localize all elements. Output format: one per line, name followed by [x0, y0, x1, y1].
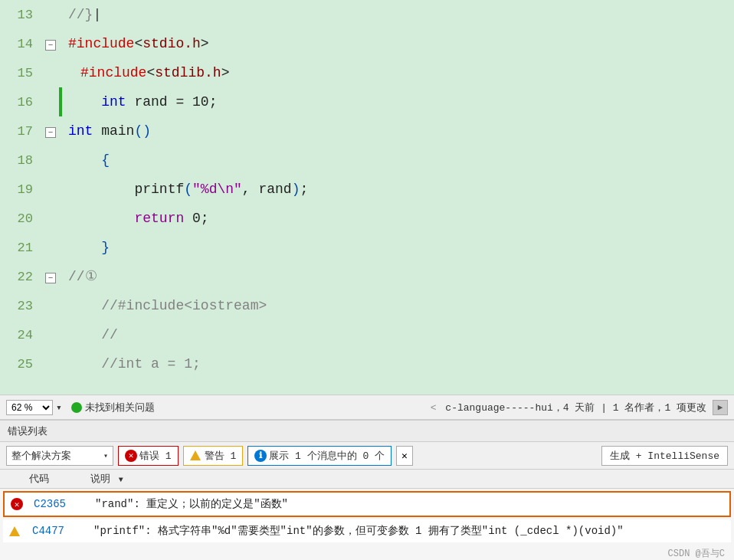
filter-button[interactable]: ✕	[396, 446, 413, 466]
watermark: CSDN @吾与C	[668, 547, 725, 560]
line-number-21: 21	[0, 234, 42, 263]
line-content-24: //	[64, 320, 734, 349]
error-table-header: 代码 说明 ▼	[0, 470, 734, 489]
solution-dropdown[interactable]: 整个解决方案 ▾	[6, 446, 113, 466]
line-number-17: 17	[0, 117, 42, 146]
line-number-14: 14	[0, 30, 42, 59]
warn-row-desc-0: "printf": 格式字符串"%d"需要类型"int"的参数，但可变参数 1 …	[93, 524, 725, 538]
status-no-problem: 未找到相关问题	[71, 401, 431, 414]
line-content-17: int main()	[64, 116, 734, 146]
line-number-19: 19	[0, 175, 42, 205]
zoom-arrow: ▾	[56, 401, 62, 414]
code-editor: 13 //} 14 − #include<stdio.h> 15 #includ…	[0, 0, 734, 395]
warn-row-code-0: C4477	[32, 525, 93, 537]
dropdown-arrow: ▾	[103, 451, 108, 460]
code-line-15: 15 #include<stdlib.h>	[0, 58, 734, 87]
code-line-16: 16 int rand = 10;	[0, 87, 734, 116]
header-code-text: 代码	[29, 473, 49, 485]
error-toolbar: 整个解决方案 ▾ ✕ 错误 1 警告 1 ℹ 展示 1 个消息中的 0 个 ✕ …	[0, 442, 734, 470]
header-col-desc: 说明 ▼	[90, 472, 728, 486]
header-col-code: 代码	[29, 472, 90, 486]
line-content-16: int rand = 10;	[64, 87, 734, 116]
line-content-25: //int a = 1;	[64, 349, 734, 378]
line-fold-17[interactable]: −	[42, 127, 59, 138]
line-content-14: #include<stdio.h>	[64, 29, 734, 58]
line-number-20: 20	[0, 205, 42, 234]
line-content-18: {	[64, 146, 734, 175]
code-line-20: 20 return 0;	[0, 204, 734, 233]
no-problem-icon	[71, 402, 82, 413]
line-number-18: 18	[0, 146, 42, 175]
code-line-13: 13 //}	[0, 0, 734, 29]
warn-icon	[190, 450, 201, 460]
line-number-24: 24	[0, 321, 42, 350]
line-content-22: //①	[64, 262, 734, 291]
line-number-23: 23	[0, 292, 42, 321]
code-line-24: 24 //	[0, 320, 734, 349]
build-label: 生成 + IntelliSense	[610, 449, 719, 463]
line-number-13: 13	[0, 1, 42, 30]
solution-label: 整个解决方案	[11, 449, 71, 463]
status-branch: < c-language-----hui，4 天前 | 1 名作者，1 项更改	[431, 401, 706, 414]
error-row-code-0: C2365	[34, 498, 95, 510]
line-fold-22[interactable]: −	[42, 273, 59, 283]
warn-row-icon-0	[9, 526, 32, 536]
warn-count-text: 警告 1	[205, 449, 237, 463]
filter-icon: ✕	[401, 450, 408, 462]
code-line-21: 21 }	[0, 233, 734, 262]
sort-arrow[interactable]: ▼	[119, 476, 123, 484]
line-content-13: //}	[64, 0, 734, 29]
line-number-15: 15	[0, 59, 42, 88]
error-panel: 错误列表 整个解决方案 ▾ ✕ 错误 1 警告 1 ℹ 展示 1 个消息中的 0…	[0, 419, 734, 560]
error-icon: ✕	[125, 450, 137, 462]
error-panel-title-text: 错误列表	[8, 424, 48, 438]
line-content-20: return 0;	[64, 204, 734, 233]
no-problem-text: 未找到相关问题	[85, 401, 155, 414]
line-content-15: #include<stdlib.h>	[64, 58, 734, 87]
warn-row-0[interactable]: C4477 "printf": 格式字符串"%d"需要类型"int"的参数，但可…	[3, 519, 731, 542]
error-count-text: 错误 1	[139, 449, 172, 463]
header-col-icon	[6, 472, 29, 486]
line-content-21: }	[64, 233, 734, 262]
error-row-icon-0: ✕	[11, 498, 34, 510]
line-fold-14[interactable]: −	[42, 40, 59, 51]
line-number-16: 16	[0, 88, 42, 117]
zoom-select[interactable]: 50 % 62 % 75 % 100 %	[6, 400, 53, 415]
status-zoom[interactable]: 50 % 62 % 75 % 100 % ▾	[6, 400, 62, 415]
scroll-right-button[interactable]: ▶	[713, 400, 728, 415]
line-content-23: //#include<iostream>	[64, 291, 734, 320]
error-row-desc-0: "rand": 重定义；以前的定义是"函数"	[95, 497, 723, 511]
line-number-22: 22	[0, 263, 42, 292]
line-number-25: 25	[0, 350, 42, 379]
code-line-25: 25 //int a = 1;	[0, 349, 734, 378]
code-line-18: 18 {	[0, 146, 734, 175]
branch-text: c-language-----hui，4 天前 | 1 名作者，1 项更改	[445, 402, 706, 414]
warn-icon-0	[9, 526, 20, 536]
error-row-0[interactable]: ✕ C2365 "rand": 重定义；以前的定义是"函数"	[3, 491, 731, 517]
code-line-17: 17 − int main()	[0, 116, 734, 146]
line-content-19: printf("%d\n", rand);	[64, 175, 734, 204]
error-icon-0: ✕	[11, 498, 23, 510]
code-line-23: 23 //#include<iostream>	[0, 291, 734, 320]
build-button[interactable]: 生成 + IntelliSense	[601, 446, 728, 466]
warn-count-button[interactable]: 警告 1	[183, 446, 244, 466]
info-count-text: 展示 1 个消息中的 0 个	[269, 449, 385, 463]
info-icon: ℹ	[254, 450, 267, 462]
status-bar: 50 % 62 % 75 % 100 % ▾ 未找到相关问题 < c-langu…	[0, 395, 734, 419]
info-count-button[interactable]: ℹ 展示 1 个消息中的 0 个	[247, 446, 392, 466]
code-line-19: 19 printf("%d\n", rand);	[0, 175, 734, 204]
code-line-14: 14 − #include<stdio.h>	[0, 29, 734, 58]
code-line-22: 22 − //①	[0, 262, 734, 291]
error-panel-title: 错误列表	[0, 421, 734, 442]
header-desc-text: 说明	[90, 473, 110, 485]
code-lines: 13 //} 14 − #include<stdio.h> 15 #includ…	[0, 0, 734, 395]
error-count-button[interactable]: ✕ 错误 1	[118, 446, 179, 466]
